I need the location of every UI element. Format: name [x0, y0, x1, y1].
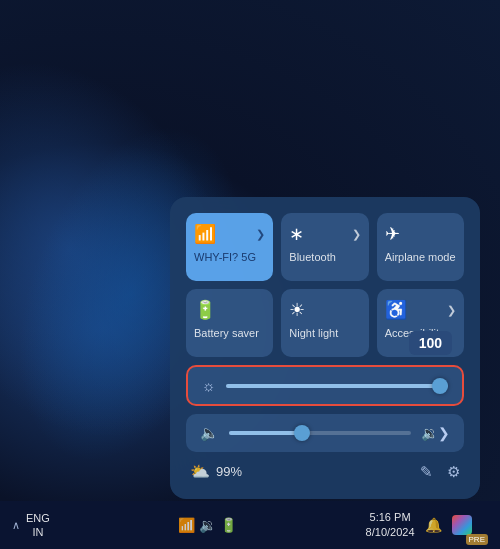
battery-percent: 99%: [216, 464, 242, 479]
time-date-display[interactable]: 5:16 PM 8/10/2024: [366, 510, 415, 541]
settings-icon[interactable]: ⚙: [447, 463, 460, 481]
accessibility-icon: ♿: [385, 299, 407, 321]
bluetooth-icon: ∗: [289, 223, 304, 245]
edit-icon[interactable]: ✎: [420, 463, 433, 481]
taskbar-language[interactable]: ENG IN: [26, 511, 50, 540]
battery-info: ⛅ 99%: [190, 462, 242, 481]
taskbar-center-tray: 📶 🔉 🔋: [178, 517, 237, 533]
taskbar: ∧ ENG IN 📶 🔉 🔋 5:16 PM 8/10/2024 🔔 PRE: [0, 501, 500, 549]
volume-row: 🔈 🔉❯: [186, 414, 464, 452]
airplane-icon: ✈: [385, 223, 400, 245]
lang-line1: ENG: [26, 512, 50, 524]
bluetooth-chevron-icon: ❯: [352, 228, 361, 241]
bottom-actions: ✎ ⚙: [420, 463, 460, 481]
lang-line2: IN: [32, 526, 43, 538]
taskbar-right: 5:16 PM 8/10/2024 🔔 PRE: [366, 510, 488, 541]
night-light-toggle[interactable]: ☀ Night light: [281, 289, 368, 357]
brightness-slider-track[interactable]: [226, 384, 448, 388]
brightness-slider-thumb[interactable]: [432, 378, 448, 394]
volume-icon: 🔈: [200, 424, 219, 442]
airplane-label: Airplane mode: [385, 251, 456, 264]
battery-saver-label: Battery saver: [194, 327, 259, 340]
time-display: 5:16 PM: [370, 510, 411, 525]
night-light-icon: ☀: [289, 299, 305, 321]
battery-saver-toggle[interactable]: 🔋 Battery saver: [186, 289, 273, 357]
night-light-label: Night light: [289, 327, 338, 340]
bluetooth-label: Bluetooth: [289, 251, 335, 264]
tray-wifi-icon[interactable]: 📶: [178, 517, 195, 533]
tray-battery-icon[interactable]: 🔋: [220, 517, 237, 533]
wifi-chevron-icon: ❯: [256, 228, 265, 241]
volume-slider-track[interactable]: [229, 431, 411, 435]
brightness-tooltip: 100: [409, 331, 452, 355]
wifi-icon: 📶: [194, 223, 216, 245]
notification-bell-icon[interactable]: 🔔: [425, 517, 442, 533]
bluetooth-toggle[interactable]: ∗ ❯ Bluetooth: [281, 213, 368, 281]
brightness-icon: ☼: [202, 377, 216, 394]
wifi-label: WHY-FI? 5G: [194, 251, 256, 264]
brightness-row: 100 ☼: [186, 365, 464, 406]
wifi-toggle[interactable]: 📶 ❯ WHY-FI? 5G: [186, 213, 273, 281]
battery-saver-icon: 🔋: [194, 299, 216, 321]
bottom-row: ⛅ 99% ✎ ⚙: [186, 460, 464, 483]
volume-slider-thumb[interactable]: [294, 425, 310, 441]
brightness-slider-fill: [226, 384, 448, 388]
taskbar-left: ∧ ENG IN: [12, 511, 50, 540]
battery-status-icon: ⛅: [190, 462, 210, 481]
taskbar-chevron-icon[interactable]: ∧: [12, 519, 20, 532]
colorful-app-icon[interactable]: [452, 515, 472, 535]
pre-badge: PRE: [466, 534, 488, 545]
volume-slider-fill: [229, 431, 302, 435]
airplane-toggle[interactable]: ✈ Airplane mode: [377, 213, 464, 281]
tray-sound-icon[interactable]: 🔉: [199, 517, 216, 533]
date-display: 8/10/2024: [366, 525, 415, 540]
volume-end-icon: 🔉❯: [421, 425, 450, 441]
quick-settings-panel: 📶 ❯ WHY-FI? 5G ∗ ❯ Bluetooth ✈ Airplane …: [170, 197, 480, 499]
accessibility-chevron-icon: ❯: [447, 304, 456, 317]
